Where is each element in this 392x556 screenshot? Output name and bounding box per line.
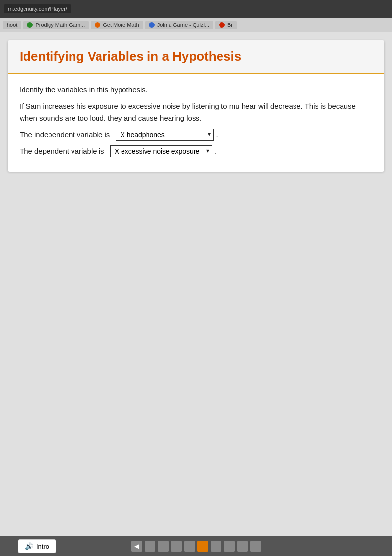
dependent-label: The dependent variable is [20,145,104,157]
nav-square-2[interactable] [158,541,169,552]
dependent-variable-row: The dependent variable is X excessive no… [20,145,372,157]
tab-joingame-label: Join a Game - Quizi... [157,22,209,28]
nav-square-4[interactable] [184,541,195,552]
dependent-select-wrapper: X excessive noise exposure headphones he… [110,145,212,157]
tab-br[interactable]: Br [215,21,237,29]
nav-square-7[interactable] [224,541,235,552]
tab-br-label: Br [227,22,233,28]
nav-square-6[interactable] [211,541,221,552]
independent-select-wrapper: X headphones excessive noise exposure he… [116,129,214,141]
nav-square-9[interactable] [250,541,261,552]
dependent-variable-select[interactable]: X excessive noise exposure headphones he… [110,145,212,157]
tab-prodigy-label: Prodigy Math Gam... [35,22,85,28]
nav-square-3[interactable] [171,541,182,552]
card-title: Identifying Variables in a Hypothesis [20,49,372,64]
nav-square-5-active[interactable] [197,541,208,552]
tab-getmoremath-label: Get More Math [103,22,139,28]
speaker-icon: 🔊 [25,542,33,550]
tab-bar: hoot Prodigy Math Gam... Get More Math J… [0,18,392,32]
prodigy-icon [27,22,33,28]
tab-prodigy[interactable]: Prodigy Math Gam... [23,21,89,29]
url-text: rn.edgenuity.com/Player/ [4,4,71,13]
content-card: Identifying Variables in a Hypothesis Id… [8,40,384,172]
independent-variable-row: The independent variable is X headphones… [20,129,372,141]
independent-period: . [216,129,218,141]
tab-getmoremath[interactable]: Get More Math [91,21,143,29]
independent-label: The independent variable is [20,129,110,141]
tab-hoot[interactable]: hoot [3,21,21,29]
joingame-icon [149,22,155,28]
intro-label: Intro [36,543,49,550]
hypothesis-text: If Sam increases his exposure to excessi… [20,100,372,124]
card-header: Identifying Variables in a Hypothesis [8,40,384,74]
nav-square-1[interactable] [145,541,155,552]
nav-square-8[interactable] [237,541,248,552]
tab-joingame[interactable]: Join a Game - Quizi... [145,21,213,29]
bottom-bar: 🔊 Intro ◀ [0,536,392,556]
main-content: Identifying Variables in a Hypothesis Id… [0,32,392,536]
independent-variable-select[interactable]: X headphones excessive noise exposure he… [116,129,214,141]
browser-url-bar: rn.edgenuity.com/Player/ [0,0,392,18]
card-body: Identify the variables in this hypothesi… [8,74,384,172]
nav-squares: ◀ [131,541,261,552]
nav-back-arrow[interactable]: ◀ [131,541,142,552]
br-icon [219,22,225,28]
intro-button[interactable]: 🔊 Intro [18,539,56,553]
instruction-text: Identify the variables in this hypothesi… [20,84,372,96]
getmoremath-icon [95,22,100,28]
tab-hoot-label: hoot [7,22,17,28]
dependent-period: . [214,145,216,157]
